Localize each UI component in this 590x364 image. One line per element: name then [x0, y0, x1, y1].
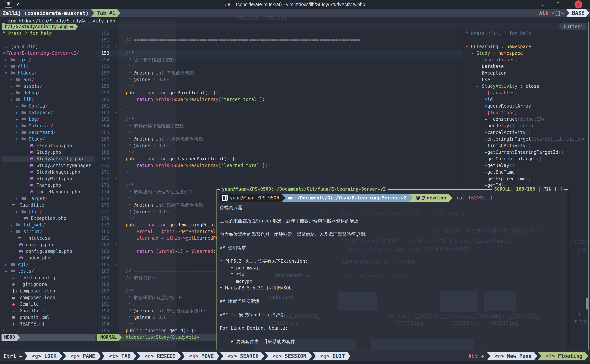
tree-item-README.md[interactable]: ↓README.md: [1, 321, 95, 327]
code-line-172[interactable]: |172 ¬: [95, 176, 463, 182]
maximize-button[interactable]: ^: [554, 1, 562, 7]
code-line-157[interactable]: |157 * @since 2.0.0¬: [95, 76, 463, 83]
tree-item[interactable]: [1, 37, 95, 43]
tag-row-3[interactable]: ▾ Study : namespace: [463, 50, 589, 57]
tree-item-Material[interactable]: ▸Material/: [1, 123, 95, 129]
floating-terminal-pane[interactable]: yuan@Yuan-XPS-9500:~/Documents/Git/Yuan/…: [216, 189, 568, 351]
code-line-161[interactable]: |161 }¬: [95, 103, 463, 110]
tag-row-17[interactable]: +finishActivity(): [463, 143, 589, 149]
tag-row-1[interactable]: [463, 37, 589, 43]
tree-item-sql[interactable]: ▸sql/: [1, 261, 95, 268]
tree-item-lib[interactable]: ▾lib/: [1, 96, 95, 103]
tag-row-11[interactable]: #queryResultArray: [463, 103, 589, 110]
tree-item-Pressforhelp[interactable]: " Press ? for help: [1, 30, 95, 37]
tree-item-StudyActivity.php[interactable]: StudyActivity.php: [1, 156, 95, 162]
tag-row-15[interactable]: +cancelActivity(): [463, 129, 589, 136]
tree-item-.editorconfig[interactable]: ≡.editorconfig: [1, 274, 95, 281]
tree-item-.htaccess[interactable]: ≡.htaccess: [1, 235, 95, 241]
tree-item-.gitignore[interactable]: ⚙.gitignore: [1, 281, 95, 288]
tag-row-9[interactable]: [variables]: [463, 90, 589, 96]
code-line-150[interactable]: |150 ¬: [95, 30, 463, 37]
code-line-151[interactable]: |151 // ================================…: [95, 37, 463, 43]
code-line-166[interactable]: |166 * @return int 已學過幾個學習點¬: [95, 136, 463, 143]
tag-row-6[interactable]: Exception: [463, 70, 589, 76]
tree-item-htdocs[interactable]: ▾htdocs/: [1, 70, 95, 76]
close-button[interactable]: ✕: [575, 0, 583, 8]
active-buffer-tab[interactable]: h/l/S/StudyActivity.php: [2, 23, 78, 30]
tree-item-Study.php[interactable]: Study.php: [1, 149, 95, 156]
tag-row-8[interactable]: ▾ StudyActivity : class: [463, 83, 589, 90]
code-line-156[interactable]: |156 * @return int 有幾個學習點¬: [95, 70, 463, 76]
tag-row-14[interactable]: +addDelay($minute): [463, 123, 589, 129]
tag-row-12[interactable]: [functions]: [463, 110, 589, 116]
tag-row-20[interactable]: +getDelay(): [463, 162, 589, 169]
tree-item-composer.lock[interactable]: ≡composer.lock: [1, 294, 95, 301]
code-line-169[interactable]: |169 public function getLearnedPointTota…: [95, 156, 463, 162]
tree-item-phpunit.xml[interactable]: ≡phpunit.xml: [1, 314, 95, 321]
tree-item-YuanE-learning-Server-v2[interactable]: </Yuan/E-learning-Server-v2/: [1, 50, 95, 57]
tree-item-tests[interactable]: ▸tests/: [1, 268, 95, 274]
tree-item-Database[interactable]: ▸Database/: [1, 110, 95, 116]
tree-item-index.php[interactable]: index.php: [1, 255, 95, 261]
tab-1[interactable]: Tab #1: [91, 9, 120, 17]
tag-row-2[interactable]: ▾ UElearning : namespace: [463, 43, 589, 50]
tree-item-debug[interactable]: ▸debug/: [1, 90, 95, 96]
tag-row-4[interactable]: [use aliases]: [463, 57, 589, 63]
code-line-164[interactable]: |164 * 取得已經學過幾個學習點¬: [95, 123, 463, 129]
code-line-159[interactable]: |159 public function getPointTotal() {¬: [95, 90, 463, 96]
code-line-171[interactable]: |171 }¬: [95, 169, 463, 176]
tree-item-Exception.php[interactable]: Exception.php: [1, 215, 95, 222]
code-line-158[interactable]: |158 */¬: [95, 83, 463, 90]
code-line-165[interactable]: |165 *¬: [95, 129, 463, 136]
tree-item-Target[interactable]: ▸Target/: [1, 195, 95, 202]
prompt-command[interactable]: cat README.md: [457, 195, 492, 201]
code-line-154[interactable]: |154 * 總共要學幾個學習點¬: [95, 57, 463, 63]
tree-item-config.php[interactable]: config.php: [1, 241, 95, 248]
tree-item-cli[interactable]: ▸cli/: [1, 63, 95, 70]
buffers-tab[interactable]: buffers: [558, 23, 586, 30]
tree-item-api[interactable]: ▸api/: [1, 76, 95, 83]
tree-item-Theme.php[interactable]: Theme.php: [1, 182, 95, 189]
tree-item-Util[interactable]: ▸Util/: [1, 208, 95, 215]
tree-item-ThemeManager.php[interactable]: ThemeManager.php: [1, 189, 95, 195]
code-line-163[interactable]: |163 /**¬: [95, 116, 463, 123]
code-line-155[interactable]: |155 *¬: [95, 63, 463, 70]
tree-item-lib_web[interactable]: ▸lib_web/: [1, 222, 95, 228]
code-line-162[interactable]: |162 ¬: [95, 110, 463, 116]
tag-row-5[interactable]: Database: [463, 63, 589, 70]
tag-row-0[interactable]: " Press <F1>, ? for help: [463, 30, 589, 37]
tree-item-Recommand[interactable]: ▸Recommand/: [1, 129, 95, 136]
tree-item-Config[interactable]: ▸Config/: [1, 103, 95, 110]
tag-row-22[interactable]: +getExpiredTime(): [463, 176, 589, 182]
code-line-170[interactable]: |170 return $this->queryResultArray['lea…: [95, 162, 463, 169]
tree-item-Guardfile[interactable]: ≡Guardfile: [1, 202, 95, 208]
tree-item-Guardfile[interactable]: ≡Guardfile: [1, 308, 95, 314]
tree-item-Exception.php[interactable]: Exception.php: [1, 143, 95, 149]
tree-item-composer.json[interactable]: {}composer.json: [1, 288, 95, 294]
tree-item-StudyActivityManager[interactable]: StudyActivityManager: [1, 162, 95, 169]
tag-row-18[interactable]: +getCurrentEnteringTargetId(): [463, 149, 589, 156]
tree-item-StudyManager.php[interactable]: StudyManager.php: [1, 169, 95, 176]
code-line-160[interactable]: |160 return $this->queryResultArray['tar…: [95, 96, 463, 103]
tree-item-..upadir[interactable]: .. (up a dir): [1, 43, 95, 50]
code-line-168[interactable]: |168 */¬: [95, 149, 463, 156]
code-line-153[interactable]: |153 /**¬: [95, 50, 463, 57]
tag-row-13[interactable]: +__construct($inputID): [463, 116, 589, 123]
tag-row-10[interactable]: #id: [463, 96, 589, 103]
tree-item-.git[interactable]: ▸.git/: [1, 57, 95, 63]
pin-icon[interactable]: [15, 1, 21, 8]
tree-item-Study[interactable]: ▾Study/: [1, 136, 95, 143]
tree-item-script[interactable]: ▸script/: [1, 228, 95, 235]
tree-item-Gemfile[interactable]: ◆Gemfile: [1, 301, 95, 308]
tree-item-StudyWill.php[interactable]: StudyWill.php: [1, 176, 95, 182]
tag-row-16[interactable]: +enteringInTarget($target_id, $is_end): [463, 136, 589, 143]
code-line-152[interactable]: |152 ¬: [95, 43, 463, 50]
tag-row-7[interactable]: User: [463, 76, 589, 83]
tree-item-config.sample.php[interactable]: config.sample.php: [1, 248, 95, 255]
tree-item-[interactable]: ~: [1, 327, 95, 334]
tree-item-Log[interactable]: ▸Log/: [1, 116, 95, 123]
minimize-button[interactable]: ⌄: [539, 1, 547, 7]
tag-row-21[interactable]: +getEndTime(): [463, 169, 589, 176]
tag-row-19[interactable]: +getCurrentInTarget(): [463, 156, 589, 162]
tree-item-assets[interactable]: ▸assets/: [1, 83, 95, 90]
